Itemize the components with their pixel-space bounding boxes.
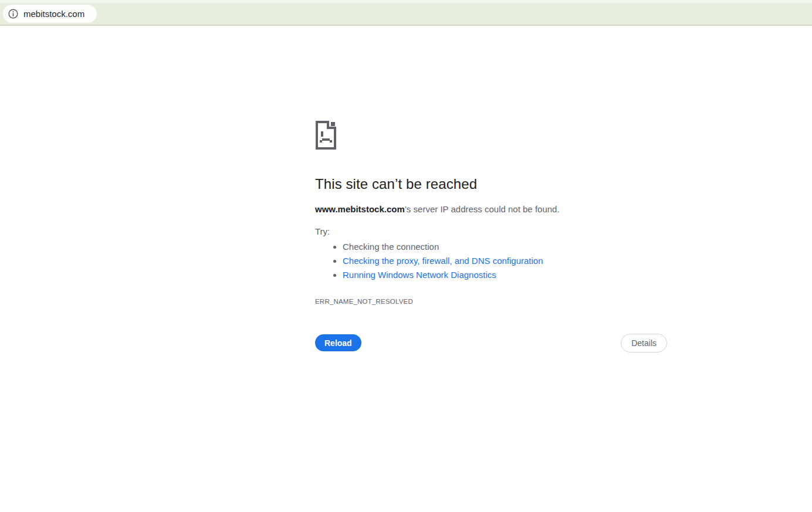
- url-text[interactable]: mebitstock.com: [23, 9, 84, 19]
- info-icon[interactable]: [8, 9, 18, 19]
- address-bar-top-strip: [0, 0, 812, 3]
- error-page-content: This site can’t be reached www.mebitstoc…: [315, 120, 667, 354]
- reload-button[interactable]: Reload: [315, 334, 361, 351]
- sad-file-icon: [315, 120, 337, 150]
- suggestion-link-network-diagnostics[interactable]: Running Windows Network Diagnostics: [343, 270, 496, 280]
- error-title: This site can’t be reached: [315, 176, 667, 192]
- suggestion-item: Checking the connection: [343, 240, 667, 254]
- suggestions-list: Checking the connection Checking the pro…: [315, 240, 667, 282]
- error-message-rest: ’s server IP address could not be found.: [405, 204, 560, 214]
- buttons-row: Reload Details: [315, 334, 667, 354]
- try-label: Try:: [315, 226, 667, 236]
- suggestion-link-proxy-firewall-dns[interactable]: Checking the proxy, firewall, and DNS co…: [343, 256, 543, 266]
- error-message: www.mebitstock.com’s server IP address c…: [315, 204, 667, 215]
- error-code: ERR_NAME_NOT_RESOLVED: [315, 298, 667, 305]
- suggestion-item: Running Windows Network Diagnostics: [343, 268, 667, 282]
- address-bar: mebitstock.com: [0, 0, 812, 26]
- details-button[interactable]: Details: [621, 334, 667, 352]
- suggestion-text-connection: Checking the connection: [343, 242, 439, 252]
- suggestion-item: Checking the proxy, firewall, and DNS co…: [343, 254, 667, 268]
- url-pill[interactable]: mebitstock.com: [3, 5, 97, 23]
- error-host: www.mebitstock.com: [315, 204, 405, 214]
